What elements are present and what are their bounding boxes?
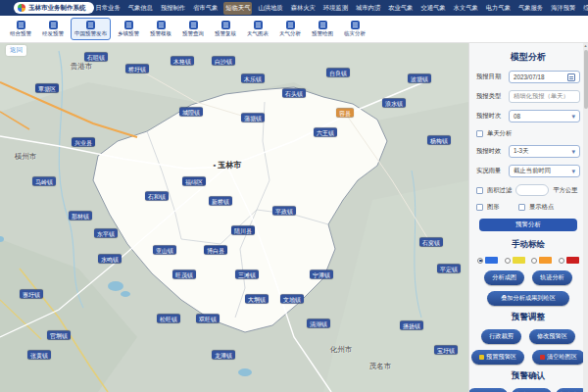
town-label[interactable]: 覃塘区 bbox=[35, 84, 59, 93]
clear-draw-area-button[interactable]: 清空绘图区 bbox=[532, 350, 585, 365]
toolbar-item[interactable]: 天气图表 bbox=[243, 18, 272, 40]
modify-warning-area-button[interactable]: 修改预警区 bbox=[529, 329, 575, 344]
town-label[interactable]: 木格镇 bbox=[171, 57, 194, 66]
grid-checkbox[interactable] bbox=[518, 204, 525, 211]
town-label[interactable]: 那林镇 bbox=[69, 212, 92, 220]
preset-warning-area-button[interactable]: 预置预警区 bbox=[471, 350, 524, 365]
toolbar-item[interactable]: 经发预警 bbox=[38, 18, 68, 40]
color-option-orange[interactable] bbox=[531, 257, 552, 264]
town-label[interactable]: 三滩镇 bbox=[235, 270, 259, 279]
town-label[interactable]: 新桥镇 bbox=[209, 197, 232, 206]
top-menu-item[interactable]: 综合管理 bbox=[581, 2, 588, 15]
town-label[interactable]: 桥圩镇 bbox=[125, 65, 149, 74]
color-radio[interactable] bbox=[505, 258, 511, 264]
town-label[interactable]: 平政镇 bbox=[272, 207, 296, 216]
town-label[interactable]: 石窝镇 bbox=[419, 238, 443, 247]
town-label[interactable]: 兴业县 bbox=[72, 138, 95, 147]
town-label[interactable]: 播扬镇 bbox=[400, 321, 423, 330]
color-option-yellow[interactable] bbox=[505, 257, 525, 264]
town-label[interactable]: 陆川县 bbox=[231, 226, 255, 235]
top-menu-item[interactable]: 森林火灾 bbox=[289, 2, 318, 15]
color-option-red[interactable] bbox=[559, 257, 579, 264]
top-menu-item[interactable]: 海洋预警 bbox=[549, 2, 577, 15]
town-label[interactable]: 博白县 bbox=[204, 246, 227, 255]
single-day-checkbox[interactable] bbox=[476, 130, 483, 137]
town-label[interactable]: 平定镇 bbox=[437, 265, 461, 273]
toolbar-item[interactable]: 临灾分析 bbox=[340, 18, 369, 40]
warning-analysis-button[interactable]: 预警分析 bbox=[479, 219, 577, 231]
forecast-date-input[interactable]: 2023/07/18 bbox=[509, 71, 580, 83]
toolbar-item[interactable]: 预警模板 bbox=[146, 18, 175, 40]
scroll-up-icon[interactable]: ▲ bbox=[583, 43, 588, 49]
town-label[interactable]: 容县 bbox=[336, 109, 354, 118]
town-label[interactable]: 宁潭镇 bbox=[310, 270, 333, 279]
top-menu-item[interactable]: 农业气象 bbox=[386, 2, 415, 15]
town-label[interactable]: 宝圩镇 bbox=[434, 346, 458, 355]
town-label[interactable]: 张黄镇 bbox=[27, 351, 51, 360]
panel-scrollbar[interactable]: ▲ bbox=[583, 43, 588, 392]
toolbar-item[interactable]: 预警复核 bbox=[211, 18, 240, 40]
town-label[interactable]: 木乐镇 bbox=[241, 74, 265, 83]
town-label[interactable]: 杨梅镇 bbox=[427, 136, 451, 145]
top-menu-item[interactable]: 电力气象 bbox=[484, 2, 513, 15]
top-menu-item[interactable]: 水文气象 bbox=[452, 2, 480, 15]
toolbar-item[interactable]: 预警绘图 bbox=[308, 18, 337, 40]
town-label[interactable]: 马岭镇 bbox=[32, 177, 56, 186]
town-label[interactable]: 石头镇 bbox=[282, 89, 306, 98]
color-option-blue[interactable] bbox=[477, 257, 498, 264]
graphic-checkbox[interactable] bbox=[476, 204, 483, 211]
rain-select[interactable]: 截止当前时间 ▾ bbox=[509, 165, 580, 177]
analysis-to-map-button[interactable]: 分析成图 bbox=[484, 270, 524, 285]
town-label[interactable]: 龙潭镇 bbox=[212, 351, 235, 360]
admin-clip-button[interactable]: 行政裁剪 bbox=[481, 329, 521, 344]
top-menu-item[interactable]: 气象服务 bbox=[516, 2, 545, 15]
town-label[interactable]: 亚山镇 bbox=[153, 246, 176, 255]
top-menu-item[interactable]: 城市内涝 bbox=[354, 2, 382, 15]
app-logo[interactable]: 玉林市业务制作系统 bbox=[14, 2, 94, 14]
toolbar-item[interactable]: 乡镇预警 bbox=[114, 18, 143, 40]
top-menu-item[interactable]: 山洪地质 bbox=[256, 2, 284, 15]
area-filter-input[interactable] bbox=[515, 184, 549, 196]
town-label[interactable]: 松旺镇 bbox=[157, 315, 180, 323]
calendar-icon[interactable] bbox=[567, 74, 575, 81]
town-label[interactable]: 蒲塘镇 bbox=[241, 114, 265, 122]
town-label[interactable]: 寨圩镇 bbox=[20, 290, 43, 299]
area-filter-checkbox[interactable] bbox=[476, 187, 483, 194]
track-analysis-button[interactable]: 轨迹分析 bbox=[532, 270, 572, 285]
town-label[interactable]: 浪水镇 bbox=[382, 99, 406, 108]
color-radio[interactable] bbox=[477, 258, 483, 264]
color-radio[interactable] bbox=[531, 258, 537, 264]
top-menu-item[interactable]: 预报制作 bbox=[159, 2, 187, 15]
color-radio[interactable] bbox=[559, 258, 564, 264]
scrollbar-thumb[interactable] bbox=[584, 50, 588, 109]
town-label[interactable]: 石和镇 bbox=[145, 192, 169, 201]
town-label[interactable]: 自良镇 bbox=[326, 69, 350, 77]
town-label[interactable]: 白沙镇 bbox=[212, 57, 235, 66]
town-label[interactable]: 波塘镇 bbox=[408, 74, 431, 83]
top-menu-item[interactable]: 省市气象 bbox=[191, 2, 220, 15]
forecast-type-input[interactable]: 精细化预报（单天） bbox=[509, 90, 580, 103]
toolbar-item[interactable]: 中国预警发布 bbox=[71, 18, 111, 40]
town-label[interactable]: 大垌镇 bbox=[245, 295, 269, 304]
town-label[interactable]: 福绵区 bbox=[182, 177, 206, 186]
back-link[interactable]: 返回 bbox=[6, 45, 26, 56]
validity-select[interactable]: 1-3天 ▾ bbox=[509, 145, 580, 158]
top-menu-item[interactable]: 气象信息 bbox=[126, 2, 155, 15]
toolbar-item[interactable]: 预警查询 bbox=[178, 18, 208, 40]
toolbar-item[interactable]: 组合预警 bbox=[6, 18, 35, 40]
town-label[interactable]: 双旺镇 bbox=[196, 315, 220, 323]
draw-area-confirm-button[interactable]: 绘图区确认 bbox=[468, 388, 508, 392]
town-label[interactable]: 城隍镇 bbox=[179, 108, 203, 117]
town-label[interactable]: 六王镇 bbox=[314, 128, 337, 137]
toolbar-item[interactable]: 天气分析 bbox=[275, 18, 305, 40]
town-label[interactable]: 旺茂镇 bbox=[172, 270, 196, 279]
submit-warning-area-button[interactable]: 提交预警区 bbox=[512, 388, 552, 392]
town-label[interactable]: 水鸣镇 bbox=[98, 255, 122, 264]
town-label[interactable]: 文地镇 bbox=[280, 295, 304, 304]
town-label[interactable]: 官垌镇 bbox=[47, 331, 71, 340]
top-menu-item[interactable]: 短临天气 bbox=[223, 2, 252, 15]
top-menu-item[interactable]: 交通气象 bbox=[418, 2, 447, 15]
top-menu-item[interactable]: 日常业务 bbox=[94, 2, 122, 15]
town-label[interactable]: 石咀镇 bbox=[84, 53, 108, 62]
town-label[interactable]: 东平镇 bbox=[94, 229, 118, 238]
